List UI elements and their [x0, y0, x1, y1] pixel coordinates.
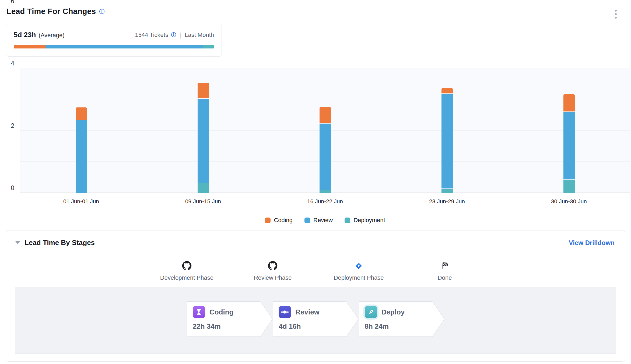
info-icon[interactable] — [99, 9, 105, 14]
bar-segment-deployment[interactable] — [320, 190, 331, 193]
x-tick-label: 16 Jun-22 Jun — [264, 198, 386, 205]
stage-name: Deploy — [381, 308, 405, 316]
period-label: Last Month — [185, 32, 214, 38]
stage-duration: 22h 34m — [193, 322, 273, 331]
phase-review-phase: Review Phase — [230, 261, 316, 281]
bar-slot — [386, 68, 508, 193]
stages-table-header: Development PhaseReview PhaseDeployment … — [15, 257, 616, 287]
bar-segment-coding[interactable] — [441, 88, 453, 93]
jira-icon — [355, 261, 363, 271]
kebab-menu-icon[interactable] — [612, 8, 619, 20]
column-divider — [445, 287, 445, 354]
bar-segment-review[interactable] — [441, 94, 453, 188]
legend-label: Deployment — [353, 217, 385, 224]
phase-label: Development Phase — [160, 274, 213, 281]
stage-card-coding[interactable]: Coding22h 34m — [187, 301, 273, 337]
widget-header: Lead Time For Changes — [6, 7, 105, 16]
split-segment-deployment — [203, 45, 214, 48]
legend-swatch-icon — [345, 218, 350, 223]
stage-duration: 4d 16h — [279, 322, 359, 331]
bar-segment-deployment[interactable] — [563, 180, 575, 193]
phase-deployment-phase: Deployment Phase — [316, 261, 402, 281]
x-tick-label: 23 Jun-29 Jun — [386, 198, 508, 205]
stage-name: Coding — [209, 308, 234, 316]
bar-segment-coding[interactable] — [198, 83, 209, 98]
bar-segment-review[interactable] — [320, 124, 331, 190]
chart-legend: CodingReviewDeployment — [20, 217, 630, 224]
stacked-bar-23-jun-29-jun[interactable] — [441, 88, 453, 193]
x-tick-label: 01 Jun-01 Jun — [20, 198, 142, 205]
stage-name: Review — [295, 308, 320, 316]
tickets-info-icon[interactable] — [171, 32, 177, 38]
lead-time-split-bar — [14, 45, 214, 48]
collapse-caret-icon[interactable] — [15, 241, 20, 244]
average-label: (Average) — [38, 32, 64, 39]
bar-slot — [264, 68, 386, 193]
x-tick-label: 30 Jun-30 Jun — [508, 198, 630, 205]
summary-card: 5d 23h (Average) 1544 Tickets | Last Mon… — [6, 24, 222, 57]
legend-swatch-icon — [265, 218, 271, 223]
lead-time-chart: 02468 01 Jun-01 Jun09 Jun-15 Jun16 Jun-2… — [20, 68, 630, 193]
chart-bars — [20, 68, 630, 193]
legend-item-coding[interactable]: Coding — [265, 217, 293, 224]
bar-segment-deployment[interactable] — [198, 183, 209, 193]
y-tick-label: 0 — [11, 184, 14, 192]
phase-development-phase: Development Phase — [144, 261, 230, 281]
average-lead-time-value: 5d 23h — [14, 31, 36, 39]
bar-slot — [508, 68, 630, 193]
bar-segment-coding[interactable] — [563, 94, 575, 111]
stages-table: Development PhaseReview PhaseDeployment … — [15, 257, 616, 354]
rocket-icon — [365, 306, 377, 318]
bar-segment-review[interactable] — [563, 112, 575, 179]
github-icon — [182, 261, 192, 271]
page-title: Lead Time For Changes — [6, 7, 96, 16]
stacked-bar-01-jun-01-jun[interactable] — [76, 107, 87, 193]
bar-segment-deployment[interactable] — [441, 189, 453, 193]
legend-item-deployment[interactable]: Deployment — [345, 217, 385, 224]
commit-icon — [279, 306, 291, 318]
stage-card-review[interactable]: Review4d 16h — [273, 301, 359, 337]
stages-section-title: Lead Time By Stages — [24, 239, 95, 247]
legend-label: Coding — [274, 217, 293, 224]
lead-time-by-stages-panel: Lead Time By Stages View Drilldown Devel… — [6, 230, 625, 362]
bar-segment-coding[interactable] — [320, 107, 331, 123]
bar-segment-review[interactable] — [198, 99, 209, 183]
y-tick-label: 4 — [11, 60, 14, 67]
phase-label: Deployment Phase — [334, 274, 384, 281]
bar-segment-review[interactable] — [76, 120, 87, 193]
x-tick-label: 09 Jun-15 Jun — [142, 198, 264, 205]
github-icon — [268, 261, 278, 271]
legend-item-review[interactable]: Review — [304, 217, 333, 224]
hourglass-icon — [193, 306, 205, 318]
legend-swatch-icon — [304, 218, 310, 223]
split-segment-review — [45, 45, 203, 48]
separator: | — [180, 31, 181, 39]
view-drilldown-link[interactable]: View Drilldown — [569, 239, 615, 247]
chart-x-axis-labels: 01 Jun-01 Jun09 Jun-15 Jun16 Jun-22 Jun2… — [20, 198, 630, 205]
stage-card-deploy[interactable]: Deploy8h 24m — [359, 301, 445, 337]
stacked-bar-16-jun-22-jun[interactable] — [320, 107, 331, 193]
bar-segment-coding[interactable] — [76, 107, 87, 120]
stacked-bar-30-jun-30-jun[interactable] — [563, 94, 575, 193]
y-tick-label: 2 — [11, 122, 14, 130]
bar-slot — [20, 68, 142, 193]
phase-label: Review Phase — [254, 274, 292, 281]
split-segment-coding — [14, 45, 45, 48]
tickets-count: 1544 Tickets — [135, 32, 168, 38]
phase-label: Done — [438, 274, 452, 281]
stacked-bar-09-jun-15-jun[interactable] — [198, 83, 209, 193]
legend-label: Review — [313, 217, 333, 224]
phase-done: Done — [402, 261, 488, 281]
checkered-flag-icon — [440, 261, 449, 271]
bar-slot — [142, 68, 264, 193]
y-tick-label: 6 — [11, 0, 14, 5]
stage-duration: 8h 24m — [365, 322, 445, 331]
